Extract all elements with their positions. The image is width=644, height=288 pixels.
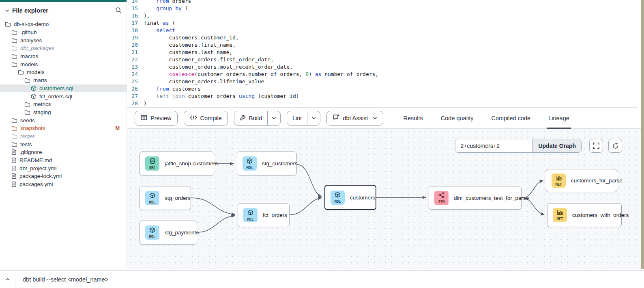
- dbt-assist-button[interactable]: dbt Assist: [326, 111, 383, 126]
- build-button[interactable]: Build: [234, 111, 267, 125]
- code-line-26[interactable]: 26 from customers: [127, 85, 638, 93]
- tree-item--gitignore[interactable]: .gitignore: [0, 148, 127, 156]
- line-number: 26: [127, 85, 144, 93]
- node-customers_for_parse[interactable]: METcustomers_for_parse: [546, 169, 617, 192]
- window-edge-strip: [641, 0, 644, 269]
- cube-icon: [247, 158, 253, 166]
- code-line-19[interactable]: 19 customers.customer_id,: [127, 34, 638, 41]
- refresh-button[interactable]: [608, 139, 622, 153]
- tab-compiled-code[interactable]: Compiled code: [491, 108, 530, 129]
- file-explorer-title: File explorer: [12, 7, 48, 14]
- badge-type-label: MET: [557, 217, 563, 221]
- build-dropdown-chevron-icon[interactable]: [267, 111, 280, 125]
- code-line-15[interactable]: 15 group by 1: [127, 5, 638, 12]
- tree-item-target[interactable]: target: [0, 132, 127, 141]
- tree-item-label: package-lock.yml: [19, 173, 62, 179]
- update-graph-button[interactable]: Update Graph: [532, 139, 581, 152]
- lint-split-button: Lint: [287, 111, 320, 126]
- code-line-23[interactable]: 23 customer_orders.most_recent_order_dat…: [127, 63, 638, 71]
- tree-item-metrics[interactable]: metrics: [0, 100, 127, 108]
- compile-button[interactable]: Compile: [184, 111, 228, 126]
- model-selector-input[interactable]: 2+customers+2: [455, 139, 532, 152]
- tree-item-staging[interactable]: staging: [0, 108, 127, 117]
- chevron-down-icon[interactable]: [5, 6, 9, 14]
- search-icon[interactable]: [115, 7, 122, 14]
- folder-icon: [11, 45, 17, 51]
- node-customers_with_orders[interactable]: METcustomers_with_orders: [547, 203, 622, 227]
- assist-icon: [333, 114, 339, 122]
- preview-button[interactable]: Preview: [135, 111, 178, 126]
- code-text: left join customer_orders using (custome…: [144, 93, 299, 100]
- status-bar: dbt build --select <model_name> Defer to…: [0, 270, 644, 288]
- node-dim_customers_test_for_parse[interactable]: SEMdim_customers_test_for_parse: [429, 186, 522, 210]
- tree-item-label: target: [20, 133, 34, 139]
- tree-item-seeds[interactable]: seeds: [0, 116, 127, 124]
- node-stg_customers[interactable]: MDLstg_customers: [237, 152, 297, 175]
- tab-results[interactable]: Results: [403, 108, 423, 129]
- tab-code-quality[interactable]: Code quality: [441, 108, 474, 129]
- code-line-16[interactable]: 16),: [127, 12, 638, 19]
- code-line-22[interactable]: 22 customer_orders.first_order_date,: [127, 56, 638, 63]
- tree-item-models[interactable]: models: [0, 60, 127, 68]
- folder-icon: [11, 38, 17, 43]
- command-input[interactable]: dbt build --select <model_name>: [23, 276, 108, 283]
- code-text: select: [144, 27, 175, 34]
- tree-item-tests[interactable]: tests: [0, 140, 127, 148]
- tree-item-marts[interactable]: marts: [0, 76, 127, 84]
- tree-item-package-lock-yml[interactable]: package-lock.yml: [0, 172, 127, 180]
- code-line-25[interactable]: 25 customer_orders.lifetime_value: [127, 78, 638, 85]
- tree-item-snapshots[interactable]: snapshotsM: [0, 124, 127, 132]
- sem-badge: SEM: [434, 191, 449, 205]
- lint-dropdown-chevron-icon[interactable]: [307, 111, 320, 125]
- tree-item-macros[interactable]: macros: [0, 52, 127, 61]
- fullscreen-button[interactable]: [589, 139, 603, 153]
- code-line-24[interactable]: 24 coalesce(customer_orders.number_of_or…: [127, 71, 638, 78]
- badge-type-label: MDL: [149, 201, 155, 204]
- lint-button[interactable]: Lint: [287, 111, 307, 125]
- tree-item-db-sl-qs-demo[interactable]: db-sl-qs-demo: [0, 20, 127, 28]
- code-line-27[interactable]: 27 left join customer_orders using (cust…: [127, 93, 638, 100]
- tree-item-fct-orders-sql[interactable]: fct_orders.sql: [0, 92, 127, 100]
- tree-item-analyses[interactable]: analyses: [0, 36, 127, 44]
- tree-item-customers-sql[interactable]: customers.sql: [0, 84, 127, 93]
- tab-lineage[interactable]: Lineage: [548, 108, 569, 129]
- toolbar-buttons: PreviewCompileBuildLintdbt Assist: [135, 111, 383, 126]
- line-number: 28: [127, 100, 144, 107]
- tree-item-label: .gitignore: [19, 149, 42, 155]
- lineage-panel[interactable]: SRCjaffle_shop.customersMDLstg_customers…: [127, 129, 641, 269]
- code-text: coalesce(customer_orders.number_of_order…: [144, 71, 378, 78]
- folder-icon: [24, 110, 30, 115]
- node-fct_orders[interactable]: MDLfct_orders: [238, 203, 290, 227]
- dbt-assist-dropdown-chevron-icon[interactable]: [373, 117, 377, 119]
- db-icon: [149, 158, 156, 166]
- tree-item-label: dbt_packages: [20, 45, 54, 51]
- code-line-20[interactable]: 20 customers.first_name,: [127, 41, 638, 49]
- code-line-17[interactable]: 17final as (: [127, 19, 638, 27]
- build-label: Build: [249, 115, 262, 121]
- tree-item-readme-md[interactable]: README.md: [0, 156, 127, 165]
- chevron-up-icon[interactable]: [0, 271, 15, 288]
- tree-item-label: metrics: [33, 101, 51, 107]
- edge-fct_orders-to-customers: [290, 198, 322, 215]
- code-editor[interactable]: 14 from orders15 group by 116),17final a…: [127, 0, 638, 108]
- node-customers[interactable]: MDLcustomers: [324, 185, 376, 210]
- tree-item-dbt-packages[interactable]: dbt_packages: [0, 44, 127, 52]
- node-stg_payments[interactable]: MDLstg_payments: [140, 221, 197, 245]
- edge-stg_customers-to-customers: [297, 165, 322, 196]
- code-line-21[interactable]: 21 customers.last_name,: [127, 49, 638, 56]
- code-line-14[interactable]: 14 from orders: [127, 0, 638, 5]
- node-stg_orders[interactable]: MDLstg_orders: [140, 186, 191, 210]
- file-icon: [11, 181, 17, 187]
- node-jaffle_shop_customers[interactable]: SRCjaffle_shop.customers: [140, 152, 214, 175]
- tree-item-models[interactable]: models: [0, 68, 127, 76]
- tree-item-dbt-project-yml[interactable]: dbt_project.yml: [0, 164, 127, 172]
- cube-icon: [247, 210, 253, 217]
- code-line-28[interactable]: 28): [127, 100, 638, 107]
- line-number: 25: [127, 78, 144, 85]
- folder-icon: [24, 78, 30, 83]
- code-line-18[interactable]: 18 select: [127, 27, 638, 34]
- code-text: customer_orders.first_order_date,: [144, 56, 274, 63]
- tree-item--github[interactable]: .github: [0, 28, 127, 37]
- tree-item-packages-yml[interactable]: packages.yml: [0, 180, 127, 188]
- tree-item-label: README.md: [19, 157, 52, 163]
